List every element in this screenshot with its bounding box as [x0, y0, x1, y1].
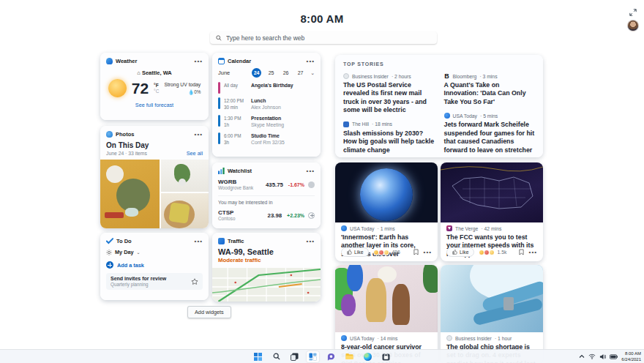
add-widgets-button[interactable]: Add widgets [187, 306, 231, 318]
bloomberg-favicon: B [444, 73, 450, 79]
news-card[interactable]: USA Today14 mins 8-year-old cancer survi… [335, 265, 438, 363]
chevron-down-icon[interactable]: ⌄ [310, 70, 315, 76]
star-icon[interactable] [191, 278, 198, 285]
task-title: Send invites for review [111, 276, 191, 281]
todo-widget[interactable]: To Do ••• My Day ⌄ Add a task Send invit… [100, 233, 209, 300]
photos-heading: On This Day [106, 141, 203, 149]
more-options-icon[interactable]: ••• [307, 170, 315, 173]
weather-condition: Strong UV today [164, 81, 201, 89]
more-options-icon[interactable]: ••• [195, 60, 203, 63]
more-options-icon[interactable]: ••• [195, 240, 203, 243]
calendar-event[interactable]: 12:00 PM30 min LunchAlex Johnson [218, 97, 315, 111]
widgets-dashboard: 8:00 AM Weather ••• ⌂ Seattle, WA 72 °F [0, 0, 644, 363]
article-image-chip [441, 265, 543, 332]
chat-icon[interactable] [325, 351, 337, 362]
reaction-count[interactable]: 496 [373, 250, 400, 255]
calendar-month: June [218, 70, 247, 76]
news-story[interactable]: BBloomberg3 mins A Quant's Take on Innov… [444, 73, 536, 106]
photos-widget[interactable]: Photos ••• On This Day June 24 · 33 item… [100, 126, 209, 228]
calendar-day[interactable]: 27 [296, 68, 305, 78]
the-verge-favicon [446, 225, 452, 231]
see-all-link[interactable]: See all [187, 150, 203, 157]
like-button[interactable]: Like [341, 247, 369, 257]
tray-chevron-up-icon[interactable] [579, 354, 585, 359]
news-card[interactable]: Business Insider1 hour The global chip s… [441, 265, 543, 363]
reaction-count[interactable]: 1.5k [479, 250, 506, 255]
temperature-value: 72 [132, 81, 149, 96]
bookmark-icon[interactable] [413, 249, 419, 255]
traffic-icon [218, 238, 225, 244]
my-day-selector[interactable]: My Day ⌄ [106, 249, 203, 255]
expand-icon[interactable] [629, 9, 637, 16]
volume-icon[interactable] [599, 353, 606, 360]
calendar-event[interactable]: 6:00 PM3h Studio TimeConf Rm 32/35 [218, 132, 315, 146]
photo-thumbnail[interactable] [161, 160, 209, 192]
news-card[interactable]: The Verge42 mins The FCC wants you to te… [441, 162, 543, 261]
bookmark-icon[interactable] [519, 249, 524, 255]
board-time: 8:00 AM [0, 12, 644, 25]
like-button[interactable]: Like [446, 247, 474, 257]
more-options-icon[interactable]: ••• [424, 251, 432, 254]
store-icon[interactable] [380, 351, 392, 362]
photo-thumbnail[interactable] [161, 193, 209, 228]
precipitation: 💧0% [164, 89, 201, 95]
file-explorer-icon[interactable] [343, 351, 356, 362]
business-insider-favicon [343, 73, 349, 79]
todo-icon [106, 238, 113, 244]
more-options-icon[interactable]: ••• [195, 133, 203, 136]
web-search-bar[interactable] [210, 31, 437, 44]
news-story[interactable]: The Hill18 mins Slash emissions by 2030?… [343, 121, 435, 154]
calendar-icon [218, 58, 225, 64]
top-stories-panel: TOP STORIES Business Insider2 hours The … [335, 55, 543, 157]
more-options-icon[interactable]: ••• [307, 240, 315, 243]
watchlist-icon [218, 168, 225, 174]
event-color-bar [218, 132, 220, 144]
interest-label: You may be interested in [218, 195, 315, 205]
see-full-forecast-link[interactable]: See full forecast [106, 102, 203, 108]
event-color-bar [218, 115, 220, 127]
stock-add-icon[interactable] [308, 212, 315, 219]
watchlist-title: Watchlist [228, 168, 252, 174]
calendar-widget[interactable]: Calendar ••• June 24 25 26 27 ⌄ All day … [212, 53, 321, 157]
unit-celsius[interactable]: °C [154, 89, 159, 94]
calendar-event[interactable]: All day Angela's Birthday [218, 82, 315, 94]
taskbar-search-icon[interactable] [270, 351, 282, 362]
calendar-day[interactable]: 25 [266, 68, 276, 78]
weather-icon [106, 58, 113, 64]
task-subtitle: Quarterly planning [111, 282, 191, 287]
start-button[interactable] [252, 351, 264, 362]
news-story[interactable]: Business Insider2 hours The US Postal Se… [343, 73, 435, 115]
calendar-event[interactable]: 1:30 PM1h PresentationSkype Meeting [218, 115, 315, 128]
add-task-button[interactable]: Add a task [106, 261, 203, 269]
calendar-title: Calendar [228, 58, 251, 64]
stock-remove-icon[interactable] [308, 182, 315, 188]
calendar-day-selected[interactable]: 24 [252, 68, 261, 78]
my-day-sun-icon [106, 250, 112, 255]
battery-icon[interactable] [610, 354, 618, 359]
news-card[interactable]: USA Today1 mins 'Innermost': Earth has a… [335, 162, 438, 261]
usa-today-favicon [444, 113, 450, 119]
stock-row[interactable]: CTSPContoso 23.98 +2.23% [218, 209, 315, 221]
top-stories-label: TOP STORIES [343, 61, 535, 67]
edge-icon[interactable] [362, 351, 374, 362]
tray-clock[interactable]: 8:00 AM 6/24/2021 [621, 351, 641, 362]
widgets-icon[interactable] [307, 351, 319, 362]
search-icon [216, 35, 222, 41]
event-color-bar [218, 82, 220, 94]
wifi-icon[interactable] [588, 353, 596, 359]
stock-row[interactable]: WGRBWoodgrove Bank 435.75 -1.67% [218, 179, 315, 190]
task-item[interactable]: Send invites for review Quarterly planni… [106, 273, 203, 290]
traffic-route: WA-99, Seattle [218, 247, 315, 256]
weather-widget[interactable]: Weather ••• ⌂ Seattle, WA 72 °F °C Stron… [100, 53, 209, 120]
more-options-icon[interactable]: ••• [307, 60, 315, 63]
user-avatar[interactable] [627, 20, 639, 31]
search-input[interactable] [226, 34, 431, 42]
task-view-icon[interactable] [288, 351, 301, 362]
photo-thumbnail[interactable] [100, 160, 160, 228]
watchlist-widget[interactable]: Watchlist ••• WGRBWoodgrove Bank 435.75 … [212, 162, 321, 228]
unit-fahrenheit[interactable]: °F [154, 83, 159, 89]
more-options-icon[interactable]: ••• [529, 251, 537, 254]
calendar-day[interactable]: 26 [281, 68, 291, 78]
traffic-widget[interactable]: Traffic ••• WA-99, Seattle Moderate traf… [212, 233, 321, 302]
news-story[interactable]: USA Today5 mins Jets forward Mark Scheif… [444, 113, 536, 154]
